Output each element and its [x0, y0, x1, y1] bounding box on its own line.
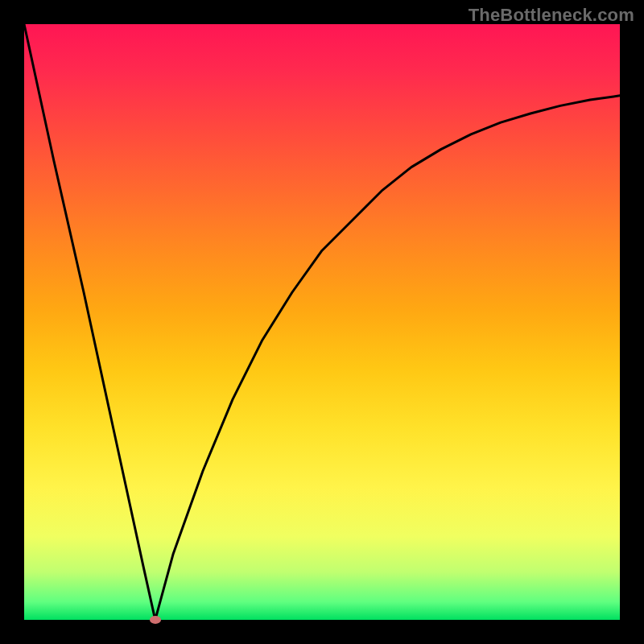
minimum-marker: [150, 616, 161, 624]
watermark: TheBottleneck.com: [469, 5, 634, 26]
bottleneck-curve: [24, 24, 620, 620]
chart-wrapper: TheBottleneck.com: [0, 0, 644, 644]
curve-svg: [24, 24, 620, 620]
plot-area: [24, 24, 620, 620]
